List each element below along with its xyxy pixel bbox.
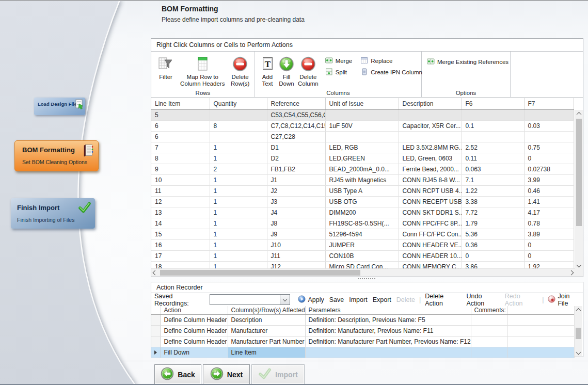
table-row[interactable]: 121J3USB OTGCONN RECEPT USB...3.381.41 <box>151 197 574 207</box>
table-cell[interactable]: USB OTG <box>325 197 399 207</box>
table-cell[interactable]: 0 <box>524 153 574 164</box>
table-cell[interactable]: 10 <box>151 175 210 186</box>
table-cell[interactable]: C7,C8,C12,C14,C15,... <box>267 121 325 132</box>
table-cell[interactable]: 5.36 <box>462 229 524 240</box>
table-row[interactable]: 151J951296-4594Conn FFC/FPC Con...5.363.… <box>151 229 574 240</box>
table-cell[interactable]: 1uF 50V <box>325 121 399 132</box>
table-cell[interactable]: 1 <box>210 240 267 251</box>
action-cell-affected[interactable]: Line Item <box>228 347 305 358</box>
table-cell[interactable]: CONN HEADER 10... <box>399 251 462 262</box>
table-cell[interactable]: 1 <box>210 175 267 186</box>
table-cell[interactable]: D1 <box>267 142 325 153</box>
table-row[interactable]: 5C53,C54,C55,C56,C... <box>151 110 574 121</box>
scroll-up-icon[interactable] <box>575 306 582 314</box>
table-cell[interactable]: 6 <box>151 132 210 142</box>
table-cell[interactable]: CONN RJ45 8-8 W... <box>399 175 462 186</box>
action-cell-comments[interactable] <box>471 315 507 326</box>
table-row[interactable]: 171J11CON10BCONN HEADER 10...00 <box>151 251 574 262</box>
table-cell[interactable]: 0.03 <box>524 121 574 132</box>
action-row[interactable]: Fill DownLine Item <box>151 347 575 358</box>
table-row[interactable]: 101J1RJ45 with MagneticsCONN RJ45 8-8 W.… <box>151 175 574 186</box>
row-selector[interactable] <box>151 315 161 326</box>
action-column-header[interactable]: Column(s)/Row(s) Affected <box>228 306 305 315</box>
delete-action-button[interactable]: Delete Action <box>425 293 461 307</box>
table-cell[interactable]: 3.38 <box>462 197 524 207</box>
table-row[interactable]: 111J2USB Type ACONN RCPT USB 4...1.220.4… <box>151 186 574 197</box>
action-cell-parameters[interactable] <box>305 347 471 358</box>
table-cell[interactable]: 3.86 <box>462 262 524 269</box>
table-cell[interactable]: CONN FPC/FFC 8P... <box>399 218 462 229</box>
table-cell[interactable]: RJ45 with Magnetics <box>325 175 399 186</box>
row-selector[interactable] <box>151 336 161 347</box>
table-row[interactable]: 131J4DIMM200CONN SKT DDR1 S...7.724.17 <box>151 207 574 218</box>
action-column-header[interactable]: Parameters <box>305 306 471 315</box>
column-header[interactable]: F7 <box>524 98 574 110</box>
table-cell[interactable]: 1 <box>210 251 267 262</box>
action-cell-comments[interactable] <box>471 347 507 358</box>
table-cell[interactable]: CON10B <box>325 251 399 262</box>
action-cell-action[interactable]: Define Column Header <box>161 336 228 347</box>
table-cell[interactable]: LED,GREEN <box>325 153 399 164</box>
table-cell[interactable]: 7.72 <box>462 207 524 218</box>
action-column-header[interactable] <box>151 306 161 315</box>
column-header[interactable]: Unit of Issue <box>325 98 399 110</box>
table-cell[interactable]: 51296-4594 <box>325 229 399 240</box>
action-cell-extra[interactable] <box>507 315 575 326</box>
action-column-header[interactable]: Comments: <box>471 306 507 315</box>
table-cell[interactable] <box>325 110 399 121</box>
table-cell[interactable]: J4 <box>267 207 325 218</box>
table-cell[interactable] <box>210 110 267 121</box>
action-cell-action[interactable]: Define Column Header <box>161 315 228 326</box>
undo-action-button[interactable]: Undo Action <box>466 293 499 307</box>
import-recording-button[interactable]: Import <box>349 296 367 303</box>
vertical-scroll-thumb[interactable] <box>576 328 581 339</box>
table-cell[interactable]: 1 <box>210 218 267 229</box>
table-cell[interactable]: 18 <box>151 262 210 269</box>
column-header[interactable]: F6 <box>462 98 524 110</box>
table-cell[interactable]: 0 <box>462 251 524 262</box>
action-column-header[interactable]: Action <box>161 306 228 315</box>
table-cell[interactable]: 7.1 <box>462 175 524 186</box>
table-cell[interactable]: LED, RGB <box>325 142 399 153</box>
action-cell-extra[interactable] <box>507 326 575 336</box>
table-cell[interactable]: 1.22 <box>462 186 524 197</box>
table-cell[interactable]: 0 <box>524 251 574 262</box>
table-cell[interactable]: 0.11 <box>462 153 524 164</box>
table-cell[interactable]: Micro SD Card Con... <box>325 262 399 269</box>
scroll-down-icon[interactable] <box>575 261 583 269</box>
table-cell[interactable]: 0.46 <box>524 186 574 197</box>
action-cell-action[interactable]: Define Column Header <box>161 326 228 336</box>
table-cell[interactable]: J8 <box>267 218 325 229</box>
table-cell[interactable] <box>210 132 267 142</box>
add-text-button[interactable]: T Add Text <box>258 54 277 88</box>
table-cell[interactable]: 1 <box>210 229 267 240</box>
table-cell[interactable]: J11 <box>267 251 325 262</box>
table-cell[interactable]: J9 <box>267 229 325 240</box>
table-cell[interactable]: 17 <box>151 251 210 262</box>
table-cell[interactable]: FB1,FB2 <box>267 164 325 175</box>
table-cell[interactable]: 0.78 <box>524 218 574 229</box>
table-row[interactable]: 161J10JUMPERCONN HEADER VE...0.360 <box>151 240 574 251</box>
table-cell[interactable]: 7 <box>151 142 210 153</box>
join-file-button[interactable]: Join File <box>548 293 580 307</box>
table-cell[interactable]: 9 <box>151 164 210 175</box>
column-header[interactable]: Description <box>399 98 462 110</box>
table-cell[interactable]: 1 <box>210 262 267 269</box>
table-row[interactable]: 68C7,C8,C12,C14,C15,...1uF 50VCapacitor,… <box>151 121 574 132</box>
table-cell[interactable]: USB Type A <box>325 186 399 197</box>
table-cell[interactable]: J1 <box>267 175 325 186</box>
table-row[interactable]: 81D2LED,GREENLED, Green, 06030.110 <box>151 153 574 164</box>
table-cell[interactable]: 3.99 <box>524 175 574 186</box>
action-cell-parameters[interactable]: Definition: Manufacturer, Previous Name:… <box>305 326 471 336</box>
table-cell[interactable]: LED, Green, 0603 <box>399 153 462 164</box>
table-row[interactable]: 141J8FH19SC-8S-0.5SH(...CONN FPC/FFC 8P.… <box>151 218 574 229</box>
scroll-down-icon[interactable] <box>575 348 582 356</box>
table-cell[interactable]: 16 <box>151 240 210 251</box>
table-cell[interactable]: 1 <box>210 186 267 197</box>
table-cell[interactable]: 0.36 <box>462 240 524 251</box>
table-cell[interactable]: D2 <box>267 153 325 164</box>
table-cell[interactable]: LED 3.5X2.8MM RG... <box>399 142 462 153</box>
table-cell[interactable]: 0.02738 <box>524 164 574 175</box>
table-cell[interactable]: 1 <box>210 197 267 207</box>
save-recording-button[interactable]: Save <box>329 296 344 303</box>
